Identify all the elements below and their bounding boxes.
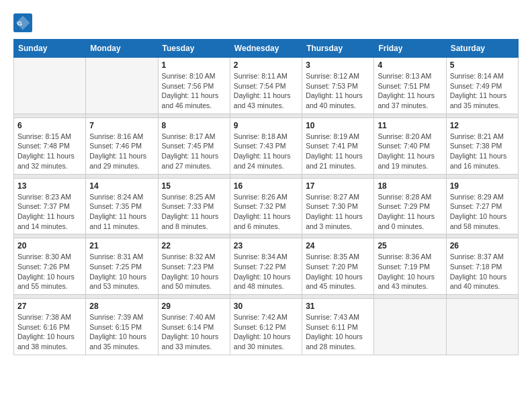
weekday-header-monday: Monday xyxy=(86,40,158,58)
weekday-header-saturday: Saturday xyxy=(446,40,518,58)
day-number: 25 xyxy=(378,241,442,250)
week-row-1: 1Sunrise: 8:10 AMSunset: 7:56 PMDaylight… xyxy=(14,58,519,114)
day-info: Sunrise: 8:11 AMSunset: 7:54 PMDaylight:… xyxy=(234,71,298,111)
day-number: 14 xyxy=(89,181,154,191)
day-number: 5 xyxy=(450,60,515,70)
day-info: Sunrise: 8:37 AMSunset: 7:18 PMDaylight:… xyxy=(450,252,515,291)
day-number: 20 xyxy=(17,241,82,250)
week-row-3: 13Sunrise: 8:23 AMSunset: 7:37 PMDayligh… xyxy=(14,178,519,234)
day-number: 2 xyxy=(234,60,298,70)
day-info: Sunrise: 8:17 AMSunset: 7:45 PMDaylight:… xyxy=(162,132,226,171)
day-cell: 27Sunrise: 7:38 AMSunset: 6:16 PMDayligh… xyxy=(14,299,86,355)
day-info: Sunrise: 8:23 AMSunset: 7:37 PMDaylight:… xyxy=(17,192,82,232)
day-number: 24 xyxy=(306,241,370,250)
day-number: 6 xyxy=(17,121,82,130)
day-info: Sunrise: 7:39 AMSunset: 6:15 PMDaylight:… xyxy=(89,312,154,352)
day-cell: 10Sunrise: 8:19 AMSunset: 7:41 PMDayligh… xyxy=(302,118,374,174)
day-info: Sunrise: 8:12 AMSunset: 7:53 PMDaylight:… xyxy=(306,71,370,111)
day-number: 10 xyxy=(306,121,370,130)
logo: G xyxy=(13,13,35,32)
day-info: Sunrise: 8:31 AMSunset: 7:25 PMDaylight:… xyxy=(89,252,154,291)
day-number: 15 xyxy=(162,181,226,191)
week-row-5: 27Sunrise: 7:38 AMSunset: 6:16 PMDayligh… xyxy=(14,299,519,355)
day-number: 21 xyxy=(89,241,154,250)
day-cell: 25Sunrise: 8:36 AMSunset: 7:19 PMDayligh… xyxy=(374,238,446,295)
day-info: Sunrise: 8:18 AMSunset: 7:43 PMDaylight:… xyxy=(234,132,298,171)
svg-text:G: G xyxy=(17,19,23,27)
day-info: Sunrise: 8:10 AMSunset: 7:56 PMDaylight:… xyxy=(162,71,226,111)
day-number: 13 xyxy=(17,181,82,191)
weekday-header-thursday: Thursday xyxy=(302,40,374,58)
day-info: Sunrise: 8:36 AMSunset: 7:19 PMDaylight:… xyxy=(378,252,442,291)
week-row-4: 20Sunrise: 8:30 AMSunset: 7:26 PMDayligh… xyxy=(14,238,519,295)
day-info: Sunrise: 7:38 AMSunset: 6:16 PMDaylight:… xyxy=(17,312,82,352)
week-row-2: 6Sunrise: 8:15 AMSunset: 7:48 PMDaylight… xyxy=(14,118,519,174)
day-cell xyxy=(86,58,158,114)
day-info: Sunrise: 8:29 AMSunset: 7:27 PMDaylight:… xyxy=(450,192,515,232)
weekday-header-tuesday: Tuesday xyxy=(158,40,230,58)
day-cell: 16Sunrise: 8:26 AMSunset: 7:32 PMDayligh… xyxy=(230,178,302,234)
weekday-header-sunday: Sunday xyxy=(14,40,86,58)
day-info: Sunrise: 8:30 AMSunset: 7:26 PMDaylight:… xyxy=(17,252,82,291)
day-cell: 20Sunrise: 8:30 AMSunset: 7:26 PMDayligh… xyxy=(14,238,86,295)
day-info: Sunrise: 8:13 AMSunset: 7:51 PMDaylight:… xyxy=(378,71,442,111)
day-cell: 21Sunrise: 8:31 AMSunset: 7:25 PMDayligh… xyxy=(86,238,158,295)
day-info: Sunrise: 8:32 AMSunset: 7:23 PMDaylight:… xyxy=(162,252,226,291)
day-cell: 12Sunrise: 8:21 AMSunset: 7:38 PMDayligh… xyxy=(446,118,518,174)
day-cell: 30Sunrise: 7:42 AMSunset: 6:12 PMDayligh… xyxy=(230,299,302,355)
header: G xyxy=(13,13,519,32)
day-cell: 14Sunrise: 8:24 AMSunset: 7:35 PMDayligh… xyxy=(86,178,158,234)
day-cell: 2Sunrise: 8:11 AMSunset: 7:54 PMDaylight… xyxy=(230,58,302,114)
day-cell: 19Sunrise: 8:29 AMSunset: 7:27 PMDayligh… xyxy=(446,178,518,234)
day-info: Sunrise: 8:27 AMSunset: 7:30 PMDaylight:… xyxy=(306,192,370,232)
day-info: Sunrise: 7:43 AMSunset: 6:11 PMDaylight:… xyxy=(306,312,370,352)
day-number: 19 xyxy=(450,181,515,191)
day-cell: 23Sunrise: 8:34 AMSunset: 7:22 PMDayligh… xyxy=(230,238,302,295)
day-info: Sunrise: 8:19 AMSunset: 7:41 PMDaylight:… xyxy=(306,132,370,171)
day-number: 11 xyxy=(378,121,442,130)
day-number: 27 xyxy=(17,302,82,311)
day-info: Sunrise: 8:16 AMSunset: 7:46 PMDaylight:… xyxy=(89,132,154,171)
day-cell: 24Sunrise: 8:35 AMSunset: 7:20 PMDayligh… xyxy=(302,238,374,295)
day-cell: 17Sunrise: 8:27 AMSunset: 7:30 PMDayligh… xyxy=(302,178,374,234)
day-cell: 15Sunrise: 8:25 AMSunset: 7:33 PMDayligh… xyxy=(158,178,230,234)
day-info: Sunrise: 8:28 AMSunset: 7:29 PMDaylight:… xyxy=(378,192,442,232)
day-number: 7 xyxy=(89,121,154,130)
day-info: Sunrise: 8:20 AMSunset: 7:40 PMDaylight:… xyxy=(378,132,442,171)
day-cell xyxy=(14,58,86,114)
calendar-table: SundayMondayTuesdayWednesdayThursdayFrid… xyxy=(13,39,519,355)
day-cell: 26Sunrise: 8:37 AMSunset: 7:18 PMDayligh… xyxy=(446,238,518,295)
day-number: 30 xyxy=(234,302,298,311)
day-cell: 8Sunrise: 8:17 AMSunset: 7:45 PMDaylight… xyxy=(158,118,230,174)
day-info: Sunrise: 8:21 AMSunset: 7:38 PMDaylight:… xyxy=(450,132,515,171)
day-cell: 5Sunrise: 8:14 AMSunset: 7:49 PMDaylight… xyxy=(446,58,518,114)
day-cell: 22Sunrise: 8:32 AMSunset: 7:23 PMDayligh… xyxy=(158,238,230,295)
day-cell: 13Sunrise: 8:23 AMSunset: 7:37 PMDayligh… xyxy=(14,178,86,234)
day-info: Sunrise: 8:26 AMSunset: 7:32 PMDaylight:… xyxy=(234,192,298,232)
day-cell: 3Sunrise: 8:12 AMSunset: 7:53 PMDaylight… xyxy=(302,58,374,114)
day-cell: 29Sunrise: 7:40 AMSunset: 6:14 PMDayligh… xyxy=(158,299,230,355)
day-cell: 6Sunrise: 8:15 AMSunset: 7:48 PMDaylight… xyxy=(14,118,86,174)
day-info: Sunrise: 8:14 AMSunset: 7:49 PMDaylight:… xyxy=(450,71,515,111)
day-number: 4 xyxy=(378,60,442,70)
day-cell: 11Sunrise: 8:20 AMSunset: 7:40 PMDayligh… xyxy=(374,118,446,174)
day-number: 3 xyxy=(306,60,370,70)
day-number: 29 xyxy=(162,302,226,311)
day-number: 26 xyxy=(450,241,515,250)
day-info: Sunrise: 8:35 AMSunset: 7:20 PMDaylight:… xyxy=(306,252,370,291)
day-number: 22 xyxy=(162,241,226,250)
day-number: 17 xyxy=(306,181,370,191)
day-cell: 18Sunrise: 8:28 AMSunset: 7:29 PMDayligh… xyxy=(374,178,446,234)
logo-icon: G xyxy=(13,13,32,32)
day-info: Sunrise: 7:42 AMSunset: 6:12 PMDaylight:… xyxy=(234,312,298,352)
day-number: 16 xyxy=(234,181,298,191)
day-cell: 7Sunrise: 8:16 AMSunset: 7:46 PMDaylight… xyxy=(86,118,158,174)
day-cell: 4Sunrise: 8:13 AMSunset: 7:51 PMDaylight… xyxy=(374,58,446,114)
day-number: 23 xyxy=(234,241,298,250)
day-cell: 9Sunrise: 8:18 AMSunset: 7:43 PMDaylight… xyxy=(230,118,302,174)
day-cell xyxy=(446,299,518,355)
day-number: 31 xyxy=(306,302,370,311)
day-cell: 1Sunrise: 8:10 AMSunset: 7:56 PMDaylight… xyxy=(158,58,230,114)
day-number: 18 xyxy=(378,181,442,191)
day-info: Sunrise: 8:34 AMSunset: 7:22 PMDaylight:… xyxy=(234,252,298,291)
